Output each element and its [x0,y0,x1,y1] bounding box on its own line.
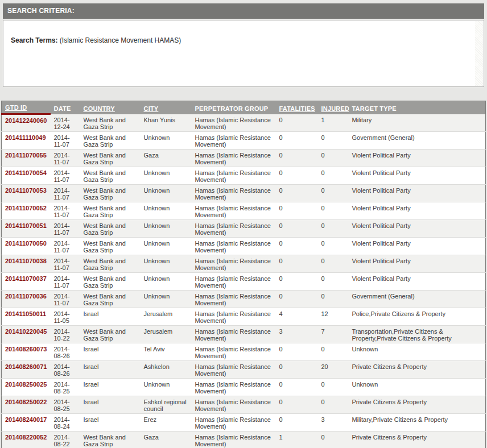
search-terms-label: Search Terms: [11,36,57,44]
column-header-label[interactable]: FATALITIES [279,105,315,112]
table-row: 2014110700502014-11-07West Bank and Gaza… [2,237,486,255]
cell-date: 2014-11-07 [51,131,80,149]
gtd-id-link[interactable]: 201411050011 [5,310,46,317]
gtd-id-link[interactable]: 201411110049 [5,134,46,141]
cell-injured: 0 [318,272,349,290]
column-header-city[interactable]: CITY [141,101,192,114]
gtd-id-link[interactable]: 201411070052 [5,205,47,211]
cell-injured: 0 [318,131,349,149]
column-header-country[interactable]: COUNTRY [80,101,141,114]
table-row: 2014110700372014-11-07West Bank and Gaza… [2,272,486,290]
cell-date: 2014-08-25 [51,396,80,413]
cell-perpetrator-group: Hamas (Islamic Resistance Movement) [192,202,276,219]
cell-country: West Bank and Gaza Strip [80,114,141,132]
table-row: 2014110500112014-11-05IsraelJerusalemHam… [2,308,486,325]
cell-city: Ashkelon [141,360,192,378]
cell-target-type: Unknown [349,343,486,360]
cell-injured: 3 [318,413,349,431]
cell-date: 2014-11-07 [51,272,80,290]
gtd-id-link[interactable]: 201411070036 [5,293,47,300]
cell-perpetrator-group: Hamas (Islamic Resistance Movement) [192,255,276,272]
cell-injured: 0 [318,343,349,360]
cell-city: Unknown [141,290,192,308]
cell-fatalities: 0 [276,378,318,396]
cell-perpetrator-group: Hamas (Islamic Resistance Movement) [192,413,276,431]
column-header-label[interactable]: CITY [144,105,159,112]
gtd-id-cell: 201411070050 [2,237,51,255]
cell-country: Israel [80,343,141,360]
column-header-label[interactable]: COUNTRY [84,105,115,112]
cell-country: West Bank and Gaza Strip [80,131,141,149]
column-header-label: DATE [54,105,71,112]
gtd-id-link[interactable]: 201411070053 [5,187,47,194]
cell-date: 2014-11-07 [51,167,80,184]
cell-fatalities: 3 [276,325,318,343]
cell-target-type: Police,Private Citizens & Property [349,308,486,325]
cell-city: Tel Aviv [141,343,192,360]
cell-country: Israel [80,378,141,396]
gtd-id-link[interactable]: 201411070055 [5,152,47,159]
cell-fatalities: 0 [276,360,318,378]
gtd-id-link[interactable]: 201411070051 [5,222,47,229]
table-row: 2014082600712014-08-26IsraelAshkelonHama… [2,360,486,378]
search-terms-value: (Islamic Resistance Movement HAMAS) [60,36,181,44]
gtd-id-link[interactable]: 201408240017 [5,416,47,423]
cell-city: Jerusalem [141,308,192,325]
cell-injured: 0 [318,237,349,255]
scrollbar-track[interactable] [475,21,483,86]
column-header-fatalities[interactable]: FATALITIES [276,101,318,114]
cell-target-type: Violent Political Party [349,149,486,167]
gtd-id-link[interactable]: 201412240060 [5,117,47,124]
cell-injured: 1 [318,114,349,132]
gtd-id-link[interactable]: 201408260071 [5,363,47,370]
cell-fatalities: 4 [276,308,318,325]
column-header-injured[interactable]: INJURED [318,101,349,114]
cell-city: Unknown [141,272,192,290]
cell-target-type: Military,Private Citizens & Property [349,413,486,431]
gtd-id-cell: 201411070055 [2,149,51,167]
gtd-id-link[interactable]: 201411070054 [5,169,47,176]
gtd-id-link[interactable]: 201411070038 [5,258,47,264]
cell-target-type: Violent Political Party [349,255,486,272]
gtd-id-link[interactable]: 201410220045 [5,328,47,335]
column-header-label[interactable]: GTD ID [5,104,27,111]
gtd-id-link[interactable]: 201411070050 [5,240,47,247]
cell-fatalities: 0 [276,396,318,413]
cell-fatalities: 0 [276,272,318,290]
gtd-id-cell: 201411070037 [2,272,51,290]
search-terms-line: Search Terms: (Islamic Resistance Moveme… [3,20,484,45]
gtd-id-cell: 201408240017 [2,413,51,431]
table-row: 2014111100492014-11-07West Bank and Gaza… [2,131,486,149]
table-row: 2014110700362014-11-07West Bank and Gaza… [2,290,486,308]
cell-fatalities: 0 [276,184,318,202]
gtd-id-cell: 201411070036 [2,290,51,308]
column-header-label[interactable]: INJURED [321,105,349,112]
table-row: 2014110700532014-11-07West Bank and Gaza… [2,184,486,202]
gtd-id-link[interactable]: 201411070037 [5,275,47,282]
cell-fatalities: 1 [276,431,318,448]
cell-fatalities: 0 [276,413,318,431]
cell-city: Unknown [141,184,192,202]
cell-fatalities: 0 [276,149,318,167]
cell-perpetrator-group: Hamas (Islamic Resistance Movement) [192,272,276,290]
cell-city: Khan Yunis [141,114,192,132]
cell-country: West Bank and Gaza Strip [80,290,141,308]
gtd-id-link[interactable]: 201408250025 [5,381,47,388]
cell-city: Erez [141,413,192,431]
table-header-row: GTD IDDATECOUNTRYCITYPERPETRATOR GROUPFA… [2,101,486,114]
gtd-id-cell: 201412240060 [2,114,51,132]
cell-perpetrator-group: Hamas (Islamic Resistance Movement) [192,431,276,448]
cell-target-type: Private Citizens & Property [349,396,486,413]
cell-country: West Bank and Gaza Strip [80,325,141,343]
cell-injured: 0 [318,184,349,202]
cell-country: West Bank and Gaza Strip [80,167,141,184]
cell-fatalities: 0 [276,131,318,149]
gtd-id-cell: 201411070053 [2,184,51,202]
gtd-id-link[interactable]: 201408260073 [5,346,47,352]
gtd-id-link[interactable]: 201408250022 [5,399,47,405]
cell-date: 2014-11-05 [51,308,80,325]
page: SEARCH CRITERIA: Search Terms: (Islamic … [0,0,487,448]
gtd-id-link[interactable]: 201408220052 [5,434,47,441]
column-header-gtd-id[interactable]: GTD ID [2,101,51,114]
cell-perpetrator-group: Hamas (Islamic Resistance Movement) [192,325,276,343]
